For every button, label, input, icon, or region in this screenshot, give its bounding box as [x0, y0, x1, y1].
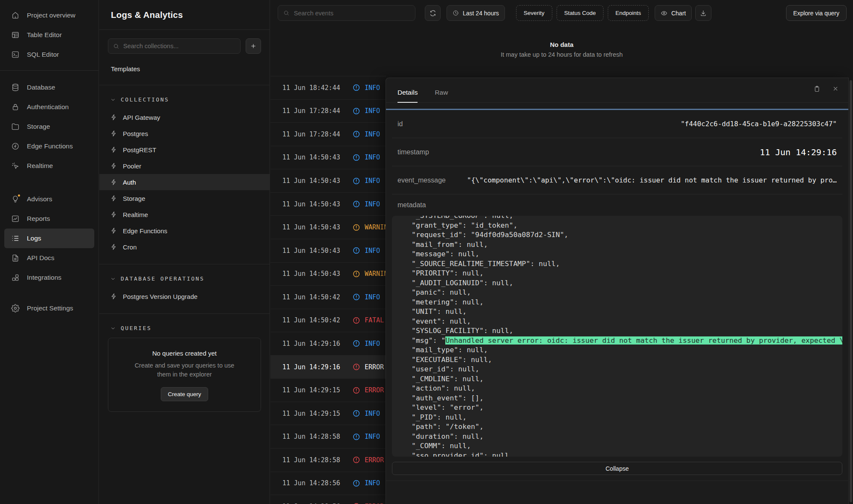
collection-item-auth[interactable]: Auth — [99, 174, 270, 190]
log-row[interactable]: 11 Jun 14:28:58ERROR — [270, 449, 386, 472]
log-row[interactable]: 11 Jun 17:28:44INFO — [270, 100, 386, 123]
nav-item-edge-functions[interactable]: Edge Functions — [4, 136, 94, 156]
nav-item-realtime[interactable]: Realtime — [4, 156, 94, 176]
collection-item-postgres[interactable]: Postgres — [99, 125, 270, 142]
collection-item-cron[interactable]: Cron — [99, 239, 270, 255]
log-row[interactable]: 11 Jun 14:50:42FATAL — [270, 309, 386, 333]
zap-icon — [110, 130, 117, 137]
events-search-box[interactable] — [278, 5, 415, 21]
close-icon[interactable] — [832, 85, 839, 93]
copy-to-clipboard-icon[interactable] — [813, 85, 821, 93]
log-row[interactable]: 11 Jun 14:50:43WARNING — [270, 263, 386, 286]
log-level-text: INFO — [365, 479, 380, 487]
circle-alert-icon — [353, 410, 360, 417]
circle-alert-icon — [353, 363, 360, 371]
download-button[interactable] — [695, 5, 711, 21]
nav-item-advisors[interactable]: Advisors — [4, 189, 94, 209]
collections-section: COLLECTIONS API GatewayPostgresPostgREST… — [99, 85, 270, 264]
code-line: "event": null, — [412, 317, 842, 327]
log-row[interactable]: 11 Jun 14:50:43INFO — [270, 193, 386, 216]
collection-item-postgrest[interactable]: PostgREST — [99, 142, 270, 158]
nav-item-database[interactable]: Database — [4, 78, 94, 97]
circle-alert-icon — [353, 224, 360, 231]
log-row[interactable]: 11 Jun 17:28:44INFO — [270, 123, 386, 146]
filter-button-status-code[interactable]: Status Code — [557, 5, 603, 21]
circle-alert-icon — [353, 84, 360, 91]
events-search-input[interactable] — [294, 10, 410, 17]
nav-item-sql-editor[interactable]: SQL Editor — [4, 45, 94, 64]
collection-item-label: Edge Functions — [123, 227, 167, 235]
log-level-text: INFO — [365, 410, 380, 417]
log-row[interactable]: 11 Jun 14:28:56INFO — [270, 472, 386, 495]
app-nav-sidebar: Project overviewTable EditorSQL EditorDa… — [0, 0, 99, 504]
code-line: "request_id": "94df0d9a50a087d2-SIN", — [412, 230, 842, 240]
nav-item-storage[interactable]: Storage — [4, 117, 94, 136]
log-row[interactable]: 11 Jun 14:28:58INFO — [270, 425, 386, 449]
zap-icon — [110, 195, 117, 202]
log-row[interactable]: 11 Jun 14:50:43WARNING — [270, 216, 386, 239]
filter-button-severity[interactable]: Severity — [516, 5, 552, 21]
collection-item-storage[interactable]: Storage — [99, 190, 270, 206]
metadata-json: "_SYSTEMD_CGROUP": null,"grant_type": "i… — [392, 216, 842, 457]
vertical-scrollbar[interactable] — [850, 80, 852, 502]
log-row[interactable]: 11 Jun 14:28:56ERROR — [270, 495, 386, 504]
collection-item-pooler[interactable]: Pooler — [99, 158, 270, 174]
collection-item-realtime[interactable]: Realtime — [99, 206, 270, 223]
collections-search-box[interactable] — [108, 38, 241, 54]
log-row[interactable]: 11 Jun 14:50:43INFO — [270, 239, 386, 263]
nav-item-authentication[interactable]: Authentication — [4, 97, 94, 117]
add-collection-button[interactable] — [246, 38, 261, 54]
database-operations-section-header[interactable]: DATABASE OPERATIONS — [99, 275, 270, 282]
detail-field-event-message: event_message"{\"component\":\"api\",\"e… — [392, 166, 842, 194]
log-row[interactable]: 11 Jun 14:29:16ERROR — [270, 356, 386, 379]
zap-icon — [110, 211, 117, 218]
nav-item-integrations[interactable]: Integrations — [4, 268, 94, 287]
logs-icon — [11, 234, 20, 243]
field-value: 11 Jun 14:29:16 — [760, 147, 837, 157]
create-query-button[interactable]: Create query — [161, 387, 208, 401]
nav-item-label: Table Editor — [27, 31, 62, 39]
log-row[interactable]: 11 Jun 14:29:15INFO — [270, 402, 386, 426]
nav-item-table-editor[interactable]: Table Editor — [4, 25, 94, 45]
log-row[interactable]: 11 Jun 14:29:15ERROR — [270, 379, 386, 402]
time-range-button[interactable]: Last 24 hours — [447, 5, 505, 21]
log-row[interactable]: 11 Jun 14:50:43INFO — [270, 169, 386, 193]
explore-via-query-button[interactable]: Explore via query — [786, 5, 847, 21]
log-row[interactable]: 11 Jun 18:42:44INFO — [270, 76, 386, 100]
collection-item-api-gateway[interactable]: API Gateway — [99, 109, 270, 125]
nav-item-reports[interactable]: Reports — [4, 209, 94, 229]
nav-item-logs[interactable]: Logs — [4, 229, 94, 248]
log-timestamp: 11 Jun 14:50:43 — [282, 200, 340, 208]
refresh-button[interactable] — [425, 5, 441, 21]
log-timestamp: 11 Jun 14:29:16 — [282, 363, 340, 371]
chart-toggle-label: Chart — [671, 10, 686, 17]
collapse-button[interactable]: Collapse — [392, 462, 842, 475]
queries-section-header[interactable]: QUERIES — [99, 325, 270, 331]
nav-item-project-settings[interactable]: Project Settings — [4, 298, 94, 318]
tab-raw[interactable]: Raw — [435, 89, 448, 103]
collections-section-header[interactable]: COLLECTIONS — [99, 96, 270, 103]
collection-item-edge-functions[interactable]: Edge Functions — [99, 223, 270, 239]
nav-item-project-overview[interactable]: Project overview — [4, 6, 94, 25]
nav-item-label: SQL Editor — [27, 51, 59, 58]
field-key: id — [397, 120, 403, 128]
filter-button-endpoints[interactable]: Endpoints — [608, 5, 649, 21]
collections-search-input[interactable] — [123, 43, 235, 49]
log-row[interactable]: 11 Jun 14:29:16INFO — [270, 332, 386, 356]
tab-details[interactable]: Details — [397, 89, 418, 103]
log-row[interactable]: 11 Jun 14:50:43INFO — [270, 146, 386, 170]
events-toolbar: Last 24 hours SeverityStatus CodeEndpoin… — [278, 5, 847, 21]
log-level-badge: INFO — [353, 200, 380, 208]
collection-item-postgres-version-upgrade[interactable]: Postgres Version Upgrade — [99, 288, 270, 304]
sql-icon — [11, 50, 20, 59]
templates-item[interactable]: Templates — [111, 65, 258, 72]
code-line: "level": "error", — [412, 403, 842, 413]
queries-section: QUERIES No queries created yet Create an… — [99, 314, 270, 412]
circle-alert-icon — [353, 130, 360, 138]
log-row[interactable]: 11 Jun 14:50:42INFO — [270, 286, 386, 309]
code-line: "auth_event": [], — [412, 394, 842, 403]
templates-section: Templates — [99, 54, 270, 85]
nav-item-api-docs[interactable]: API Docs — [4, 248, 94, 268]
log-timestamp: 11 Jun 14:50:43 — [282, 154, 340, 161]
chart-toggle-button[interactable]: Chart — [655, 5, 692, 21]
